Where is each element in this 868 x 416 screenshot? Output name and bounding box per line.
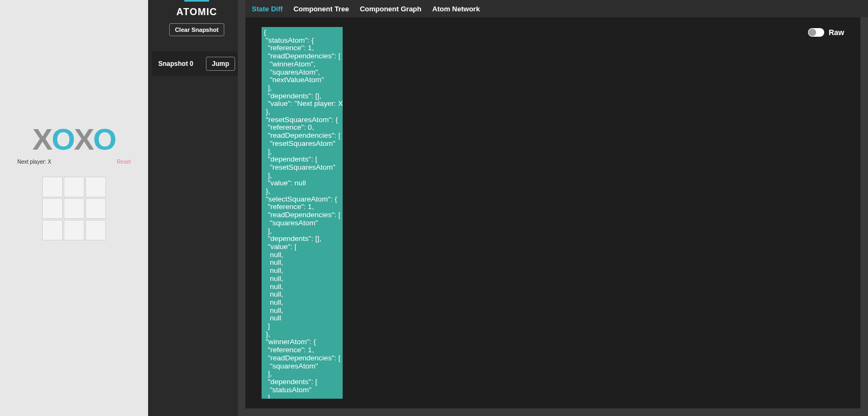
raw-toggle-switch[interactable] (808, 28, 824, 37)
snapshot-label: Snapshot 0 (158, 60, 193, 68)
board-cell[interactable] (64, 198, 84, 219)
tab-bar: State Diff Component Tree Component Grap… (245, 0, 868, 17)
snapshot-sidebar: ATOMIC Clear Snapshot Snapshot 0 Jump (148, 0, 245, 416)
clear-snapshot-button[interactable]: Clear Snapshot (169, 23, 225, 36)
board-cell[interactable] (85, 220, 106, 240)
app-panel: X O X O Next player: X Reset (0, 0, 148, 416)
reset-button[interactable]: Reset (117, 159, 131, 165)
game-status: Next player: X (17, 159, 51, 165)
devtools-main: State Diff Component Tree Component Grap… (245, 0, 868, 416)
board-cell[interactable] (64, 220, 84, 240)
logo-letter: X (74, 124, 93, 155)
tab-component-graph[interactable]: Component Graph (360, 5, 422, 13)
tab-component-tree[interactable]: Component Tree (293, 5, 349, 13)
logo-letter: O (93, 124, 116, 155)
board-cell[interactable] (42, 198, 63, 219)
tab-content: Raw { "statusAtom": { "reference": 1, "r… (245, 17, 868, 416)
state-json-panel: { "statusAtom": { "reference": 1, "readD… (262, 27, 343, 399)
app-logo: X O X O (32, 124, 116, 155)
logo-letter: O (51, 124, 74, 155)
logo-letter: X (32, 124, 51, 155)
tab-state-diff[interactable]: State Diff (252, 5, 283, 13)
board-cell[interactable] (42, 177, 63, 197)
game-board (42, 177, 106, 240)
status-row: Next player: X Reset (17, 159, 131, 165)
raw-toggle-group: Raw (808, 28, 844, 37)
snapshot-row: Snapshot 0 Jump (152, 51, 242, 76)
board-cell[interactable] (85, 198, 106, 219)
board-cell[interactable] (42, 220, 63, 240)
devtools-title: ATOMIC (176, 6, 217, 18)
raw-toggle-label: Raw (829, 28, 844, 37)
jump-button[interactable]: Jump (206, 57, 235, 71)
board-cell[interactable] (85, 177, 106, 197)
tab-atom-network[interactable]: Atom Network (432, 5, 480, 13)
board-cell[interactable] (64, 177, 84, 197)
